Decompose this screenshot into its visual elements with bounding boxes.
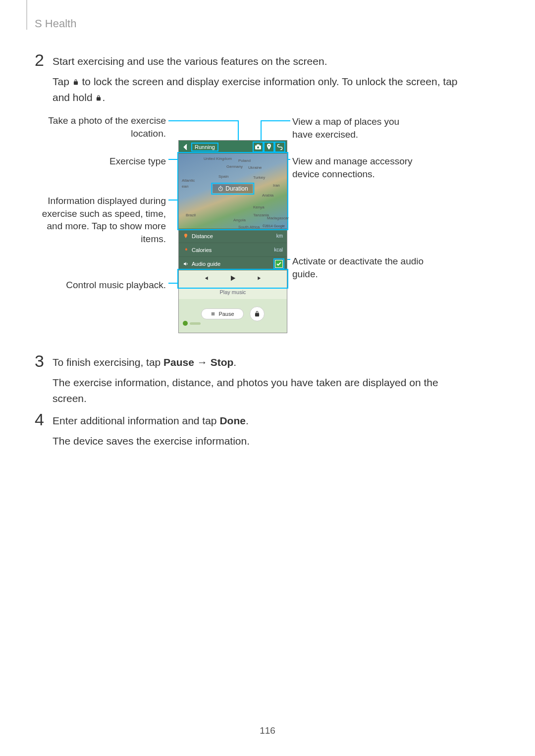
audio-guide-checkbox[interactable] [275,260,283,268]
svg-rect-2 [257,145,259,146]
map-area[interactable]: United Kingdom Poland Germany Ukraine Sp… [179,153,287,229]
callout-music: Control music playback. [40,279,166,292]
step-2-line2: Tap to lock the screen and display exerc… [53,74,471,106]
callout-audio: Activate or deactivate the audio guide. [292,255,426,280]
back-icon[interactable] [182,143,190,151]
camera-icon[interactable] [254,143,262,151]
section-title: S Health [35,17,76,30]
callout-type: Exercise type [40,155,166,168]
step-4-line2: The device saves the exercise informatio… [53,433,471,450]
step-number: 2 [35,50,44,70]
callout-photo: Take a photo of the exercise location. [40,114,166,140]
map-pin-icon[interactable] [265,143,273,151]
svg-point-1 [257,147,259,149]
stopwatch-icon [217,186,223,192]
callout-map: View a map of places you have exercised. [292,115,421,141]
lock-icon [95,91,102,99]
speaker-icon [183,261,189,267]
step-3-line2: The exercise information, distance, and … [53,375,471,407]
play-music-label: Play music [179,287,287,299]
side-rule [26,0,27,30]
step-number: 4 [35,410,44,429]
step-number: 3 [35,352,44,371]
calories-row[interactable]: Calories kcal [179,243,287,256]
indicator-bar [190,322,201,325]
pause-icon [211,311,215,316]
page-number: 116 [0,725,535,736]
pause-button[interactable]: Pause [201,308,243,319]
step-2-line1: Start exercising and use the various fea… [53,53,471,70]
step-4: 4 Enter additional information and tap D… [35,413,471,453]
flame-icon [183,247,189,253]
lock-button[interactable] [250,306,265,321]
step-3-line1: To finish exercising, tap Pause → Stop. [53,354,471,371]
map-copyright: ©2014 Google [263,224,285,228]
distance-row[interactable]: Distance km [179,229,287,243]
next-track-icon[interactable] [257,275,264,283]
step-2: 2 Start exercising and use the various f… [35,53,471,110]
music-controls [179,270,287,287]
exercise-topbar: Running [179,141,287,153]
duration-pill[interactable]: Duration [213,184,253,193]
exercise-type-label[interactable]: Running [193,144,217,150]
callout-info: Information displayed during exercise su… [35,195,166,246]
play-icon[interactable] [229,274,237,283]
step-3: 3 To finish exercising, tap Pause → Stop… [35,354,471,411]
link-icon[interactable] [276,143,284,151]
exercise-screen-diagram: Take a photo of the exercise location. E… [40,111,476,339]
step-4-line1: Enter additional information and tap Don… [53,413,471,429]
indicator-dot [183,321,188,326]
pin-icon [183,233,189,239]
callout-accessory: View and manage accessory device connect… [292,155,421,180]
audio-guide-row[interactable]: Audio guide [179,256,287,270]
lock-icon [254,310,261,317]
prev-track-icon[interactable] [202,275,209,283]
phone-mockup: Running United Kingdom Poland Germany Uk… [178,140,287,333]
lock-icon [72,75,79,83]
